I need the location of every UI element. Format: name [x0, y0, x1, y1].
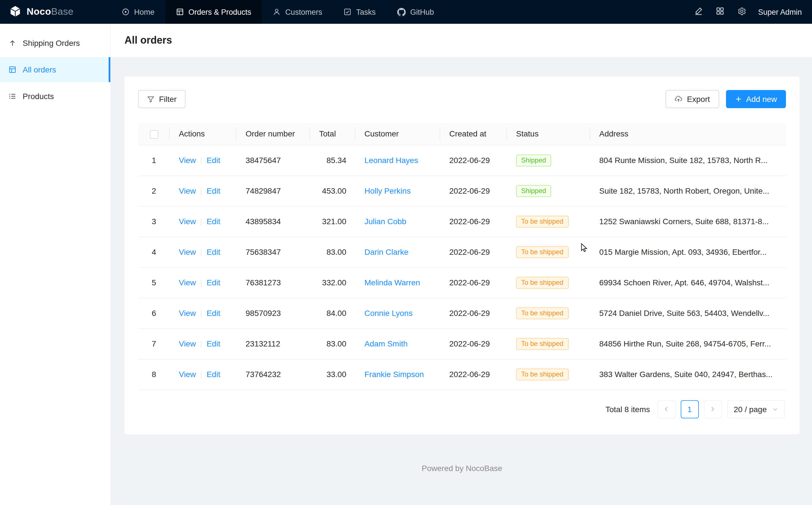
sidebar-item-all-orders[interactable]: All orders — [0, 57, 110, 82]
edit-link[interactable]: Edit — [207, 217, 220, 226]
edit-link[interactable]: Edit — [207, 248, 220, 257]
nav-item-label: Orders & Products — [189, 8, 251, 16]
order-number-cell: 76381273 — [237, 268, 310, 298]
customer-link[interactable]: Frankie Simpson — [364, 370, 424, 379]
orders-table: Actions Order number Total Customer Crea… — [138, 123, 786, 390]
view-link[interactable]: View — [179, 339, 196, 348]
nav-item-orders-products[interactable]: Orders & Products — [165, 0, 262, 24]
customer-link[interactable]: Connie Lyons — [364, 309, 413, 318]
status-badge: To be shipped — [516, 216, 568, 227]
export-label: Export — [687, 95, 710, 104]
address-cell: Suite 182, 15783, North Robert, Oregon, … — [590, 176, 786, 206]
customer-link[interactable]: Julian Cobb — [364, 217, 406, 226]
status-badge: To be shipped — [516, 277, 568, 289]
page-number-button[interactable]: 1 — [681, 400, 699, 418]
view-link[interactable]: View — [179, 309, 196, 318]
github-icon — [397, 8, 406, 16]
address-cell: 69934 Schoen River, Apt. 646, 49704, Wal… — [590, 268, 786, 298]
home-icon — [122, 8, 129, 16]
next-page-button[interactable] — [704, 400, 722, 418]
sidebar-item-shipping-orders[interactable]: Shipping Orders — [0, 31, 110, 55]
created-at-cell: 2022-06-29 — [440, 359, 507, 390]
table-header: Actions Order number Total Customer Crea… — [138, 123, 786, 145]
actions-cell: ViewEdit — [170, 329, 237, 359]
created-at-cell: 2022-06-29 — [440, 329, 507, 359]
ui-editor-button[interactable] — [689, 0, 708, 24]
customer-link[interactable]: Darin Clarke — [364, 248, 409, 257]
customer-link[interactable]: Leonard Hayes — [364, 156, 418, 165]
customer-link[interactable]: Adam Smith — [364, 339, 408, 348]
sidebar-item-label: Products — [23, 92, 54, 101]
column-header-order-number: Order number — [237, 123, 310, 145]
row-index: 7 — [138, 329, 170, 359]
row-index: 8 — [138, 359, 170, 390]
table-row: 2 ViewEdit 74829847 453.00 Holly Perkins… — [138, 176, 786, 206]
filter-icon — [147, 96, 155, 103]
customer-cell: Connie Lyons — [355, 298, 440, 329]
view-link[interactable]: View — [179, 217, 196, 226]
nav-item-github[interactable]: GitHub — [386, 0, 445, 24]
previous-page-button[interactable] — [657, 400, 675, 418]
export-button[interactable]: Export — [665, 90, 719, 108]
edit-link[interactable]: Edit — [207, 370, 220, 379]
content-area: Filter Export — [111, 57, 812, 505]
cloud-upload-icon — [674, 95, 683, 103]
status-cell: To be shipped — [507, 359, 590, 390]
status-badge: To be shipped — [516, 338, 568, 350]
filter-label: Filter — [159, 95, 177, 104]
created-at-cell: 2022-06-29 — [440, 176, 507, 206]
customer-cell: Darin Clarke — [355, 237, 440, 268]
top-navbar: NocoBase Home Orders & Products Cust — [0, 0, 812, 24]
customer-link[interactable]: Melinda Warren — [364, 278, 420, 287]
address-cell: 804 Runte Mission, Suite 182, 15783, Nor… — [590, 145, 786, 176]
sidebar-item-products[interactable]: Products — [0, 84, 110, 109]
total-cell: 453.00 — [310, 176, 355, 206]
pagination: Total 8 items 1 — [138, 390, 786, 426]
action-divider — [201, 157, 202, 165]
tasks-check-icon — [344, 8, 352, 16]
add-new-button[interactable]: Add new — [726, 90, 786, 108]
customer-link[interactable]: Holly Perkins — [364, 187, 411, 196]
actions-cell: ViewEdit — [170, 359, 237, 390]
gear-icon — [737, 6, 746, 17]
customer-cell: Frankie Simpson — [355, 359, 440, 390]
row-index: 5 — [138, 268, 170, 298]
row-index: 2 — [138, 176, 170, 206]
navbar-right: Super Admin — [689, 0, 812, 24]
actions-cell: ViewEdit — [170, 176, 237, 206]
customer-cell: Julian Cobb — [355, 206, 440, 237]
column-header-customer: Customer — [355, 123, 440, 145]
edit-link[interactable]: Edit — [207, 156, 220, 165]
row-index: 1 — [138, 145, 170, 176]
select-all-checkbox[interactable] — [150, 130, 158, 139]
view-link[interactable]: View — [179, 370, 196, 379]
edit-link[interactable]: Edit — [207, 309, 220, 318]
settings-button[interactable] — [732, 0, 751, 24]
page-size-select[interactable]: 20 / page — [727, 400, 785, 418]
plugins-button[interactable] — [711, 0, 730, 24]
user-menu[interactable]: Super Admin — [758, 8, 802, 16]
actions-cell: ViewEdit — [170, 298, 237, 329]
view-link[interactable]: View — [179, 248, 196, 257]
table-row: 4 ViewEdit 75638347 83.00 Darin Clarke 2… — [138, 237, 786, 268]
view-link[interactable]: View — [179, 156, 196, 165]
filter-button[interactable]: Filter — [138, 90, 186, 108]
row-index: 4 — [138, 237, 170, 268]
status-cell: Shipped — [507, 145, 590, 176]
address-cell: 5724 Daniel Drive, Suite 563, 54403, Wen… — [590, 298, 786, 329]
view-link[interactable]: View — [179, 278, 196, 287]
edit-link[interactable]: Edit — [207, 278, 220, 287]
customer-cell: Melinda Warren — [355, 268, 440, 298]
nav-item-tasks[interactable]: Tasks — [333, 0, 386, 24]
view-link[interactable]: View — [179, 187, 196, 196]
page-title: All orders — [124, 34, 798, 46]
edit-link[interactable]: Edit — [207, 187, 220, 196]
powered-by-footer: Powered by NocoBase — [124, 434, 800, 484]
nav-item-home[interactable]: Home — [111, 0, 165, 24]
customer-cell: Adam Smith — [355, 329, 440, 359]
nocobase-logo[interactable]: NocoBase — [0, 0, 111, 24]
order-number-cell: 74829847 — [237, 176, 310, 206]
nav-item-customers[interactable]: Customers — [262, 0, 333, 24]
edit-link[interactable]: Edit — [207, 339, 220, 348]
total-cell: 332.00 — [310, 268, 355, 298]
